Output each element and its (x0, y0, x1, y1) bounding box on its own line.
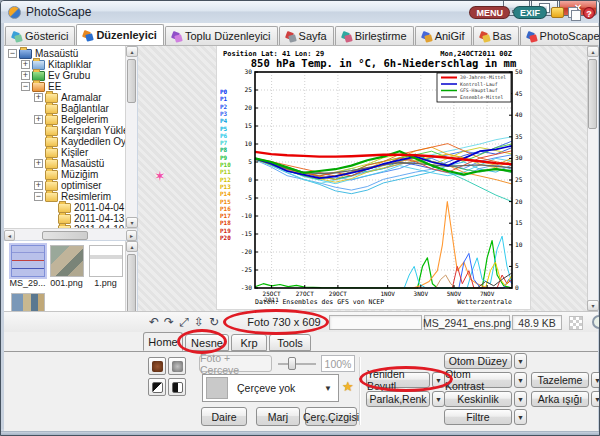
tree-vertical-scrollbar[interactable]: ▴ ▾ (125, 46, 137, 228)
tree-item-ev-grubu[interactable]: +Ev Grubu (21, 70, 90, 81)
-er-izgisi-button[interactable]: Çerç.Çizgisi (305, 407, 357, 426)
chevron-down-icon[interactable]: ▼ (514, 372, 527, 388)
tree-item-aramalar[interactable]: +Aramalar (34, 92, 102, 103)
scroll-right-icon[interactable]: ▸ (126, 230, 137, 241)
help-icon[interactable]: ? (583, 7, 595, 19)
tab-label: AniGif (435, 30, 465, 42)
chevron-down-icon[interactable]: ▼ (514, 409, 527, 425)
scrollbar-thumb[interactable] (127, 59, 136, 103)
scroll-up-icon[interactable]: ▴ (126, 46, 138, 57)
thumbnail-001png[interactable]: 001.png (48, 245, 85, 288)
otom-kontrast-button[interactable]: Otom Kontrast (444, 372, 512, 388)
svg-text:P16: P16 (220, 205, 231, 212)
tree-item-belgelerim[interactable]: +Belgelerim (34, 114, 108, 125)
redo-icon[interactable]: ↷ (161, 314, 177, 330)
threshold-icon (172, 382, 183, 393)
tab-home[interactable]: Home (143, 332, 183, 351)
expand-icon[interactable]: + (21, 71, 30, 80)
tab-bas[interactable]: Bas (473, 26, 519, 45)
menu-button[interactable]: MENU (469, 6, 510, 19)
bw-filter-button[interactable] (148, 378, 166, 396)
tree-item-masaüstü[interactable]: −Masaüstü (8, 48, 78, 59)
fit-icon[interactable]: ⤢ (176, 314, 192, 330)
undo-icon[interactable]: ↶ (146, 314, 162, 330)
scrollbar-thumb[interactable] (42, 231, 88, 240)
canvas-vertical-scrollbar[interactable]: ▴ ▾ (587, 46, 598, 311)
tab-tools[interactable]: Tools (269, 334, 311, 351)
scrollbar-thumb[interactable] (127, 254, 136, 318)
scroll-left-icon[interactable]: ◂ (4, 230, 15, 241)
tree-item-optimiser[interactable]: +optimiser (34, 180, 102, 191)
collapse-icon[interactable]: − (8, 49, 17, 58)
tree-item-kişiler[interactable]: Kişiler (34, 147, 88, 158)
parlak-renk-button[interactable]: Parlak,Renk (366, 391, 430, 407)
thumbnail-1png[interactable]: 1.png (87, 245, 124, 288)
tab-anigif[interactable]: AniGif (415, 26, 472, 45)
expand-icon[interactable]: + (34, 115, 43, 124)
otom-d-zey-button[interactable]: Otom Düzey (444, 353, 512, 369)
collapse-icon[interactable]: − (21, 82, 30, 91)
svg-text:7NOV: 7NOV (480, 290, 495, 297)
keskinlik-button[interactable]: Keskinlik (444, 391, 512, 407)
expand-icon[interactable]: + (34, 159, 43, 168)
arka--button[interactable]: Arka ışığı (531, 391, 589, 407)
sepia-filter-button[interactable] (148, 357, 166, 375)
tab-photoscape[interactable]: PhotoScape (520, 26, 600, 45)
chevron-down-icon[interactable]: ▼ (591, 391, 600, 407)
slider-handle[interactable] (288, 357, 296, 370)
tab-sayfa[interactable]: Sayfa (279, 26, 334, 45)
copy-icon[interactable] (568, 7, 579, 19)
transparency-checker-icon[interactable] (569, 316, 583, 330)
svg-text:15: 15 (515, 219, 523, 226)
exif-button[interactable]: EXIF (513, 6, 547, 19)
tab-nesne[interactable]: Nesne (185, 334, 229, 351)
frame-select-dropdown[interactable]: Çerçeve yok ▼ (202, 374, 339, 402)
chevron-down-icon[interactable]: ▼ (591, 372, 600, 388)
tree-item-müziğim[interactable]: Müziğim (34, 169, 98, 180)
tree-item-kitaplıklar[interactable]: +Kitaplıklar (21, 59, 92, 70)
collapse-icon[interactable]: − (34, 192, 43, 201)
tab-birleştirme[interactable]: Birleştirme (335, 26, 414, 45)
chevron-down-icon[interactable]: ▼ (514, 353, 527, 369)
scroll-up-icon[interactable]: ▴ (126, 241, 138, 252)
scroll-down-icon[interactable]: ▾ (126, 217, 138, 228)
filtre-button[interactable]: Filtre (444, 409, 512, 425)
tab-icon (286, 32, 295, 41)
favorite-frame-icon[interactable]: ★ (342, 379, 354, 394)
scroll-down-icon[interactable]: ▾ (587, 300, 599, 311)
expand-icon[interactable]: + (21, 60, 30, 69)
image-canvas[interactable]: Position Lat: 41 Lon: 29Mon,24OCT2011 00… (138, 46, 587, 311)
scrollbar-thumb[interactable] (588, 59, 597, 129)
daire-button[interactable]: Daire (201, 407, 247, 426)
chevron-down-icon[interactable]: ▼ (514, 391, 527, 407)
capture-icon[interactable] (551, 7, 564, 18)
expand-icon[interactable]: + (34, 181, 43, 190)
tree-item-resimlerim[interactable]: −Resimlerim (34, 191, 111, 202)
zoom-slider[interactable] (278, 355, 316, 372)
tab-krp[interactable]: Krp (231, 334, 267, 351)
marj-button[interactable]: Marj (256, 407, 300, 426)
tree-item-bağlantılar[interactable]: Bağlantılar (34, 103, 109, 114)
grayscale-filter-button[interactable] (168, 357, 186, 375)
tab-düzenleyici[interactable]: Düzenleyici (76, 24, 164, 45)
rotate-icon[interactable]: ↻ (206, 314, 222, 330)
expand-icon[interactable]: + (34, 93, 43, 102)
tree-item-ee[interactable]: −EE (21, 81, 61, 92)
tab-icon-shape (482, 34, 491, 43)
threshold-filter-button[interactable] (168, 378, 186, 396)
tree-item-masaüstü[interactable]: +Masaüstü (34, 158, 104, 169)
svg-text:Ensemble-Mittel: Ensemble-Mittel (460, 95, 503, 100)
tab-toplu-düzenleyici[interactable]: Toplu Düzenleyici (165, 26, 278, 45)
tab-gösterici[interactable]: Gösterici (5, 26, 75, 45)
resize-icon[interactable]: ⇳ (191, 314, 207, 330)
loaded-photo[interactable]: Position Lat: 41 Lon: 29Mon,24OCT2011 00… (217, 46, 530, 309)
scroll-up-icon[interactable]: ▴ (587, 46, 599, 57)
tazeleme-button[interactable]: Tazeleme (531, 372, 589, 388)
svg-text:29OCT: 29OCT (329, 290, 347, 297)
svg-text:P5: P5 (220, 125, 228, 132)
thumbnail-MS_29[interactable]: MS_29... (9, 245, 46, 288)
tree-horizontal-scrollbar[interactable]: ◂ ▸ (4, 228, 137, 240)
info-icon[interactable] (592, 315, 600, 329)
yeniden-boyutl--button[interactable]: Yeniden Boyutl. (366, 372, 430, 388)
svg-text:P0: P0 (220, 88, 228, 95)
